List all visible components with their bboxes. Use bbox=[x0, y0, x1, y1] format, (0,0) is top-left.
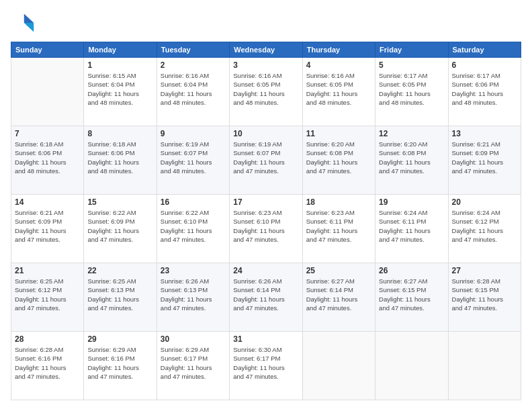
day-info: Sunrise: 6:18 AM Sunset: 6:06 PM Dayligh… bbox=[87, 140, 152, 175]
day-number: 21 bbox=[15, 266, 80, 275]
calendar-day-cell: 29Sunrise: 6:29 AM Sunset: 6:16 PM Dayli… bbox=[84, 332, 157, 400]
day-info: Sunrise: 6:16 AM Sunset: 6:05 PM Dayligh… bbox=[233, 71, 298, 107]
day-info: Sunrise: 6:17 AM Sunset: 6:06 PM Dayligh… bbox=[452, 71, 517, 107]
day-number: 9 bbox=[161, 129, 226, 138]
calendar-day-cell: 26Sunrise: 6:27 AM Sunset: 6:15 PM Dayli… bbox=[375, 263, 448, 332]
calendar-day-cell: 23Sunrise: 6:26 AM Sunset: 6:13 PM Dayli… bbox=[157, 263, 229, 332]
calendar-day-cell: 3Sunrise: 6:16 AM Sunset: 6:05 PM Daylig… bbox=[230, 58, 302, 126]
day-info: Sunrise: 6:28 AM Sunset: 6:16 PM Dayligh… bbox=[15, 345, 80, 381]
calendar-day-cell: 5Sunrise: 6:17 AM Sunset: 6:05 PM Daylig… bbox=[375, 58, 448, 126]
calendar-day-cell: 24Sunrise: 6:26 AM Sunset: 6:14 PM Dayli… bbox=[230, 263, 302, 332]
calendar-day-cell: 4Sunrise: 6:16 AM Sunset: 6:05 PM Daylig… bbox=[302, 58, 375, 126]
day-number: 11 bbox=[306, 129, 371, 138]
calendar-day-cell: 30Sunrise: 6:29 AM Sunset: 6:17 PM Dayli… bbox=[157, 332, 229, 400]
calendar-day-cell: 17Sunrise: 6:23 AM Sunset: 6:10 PM Dayli… bbox=[230, 195, 302, 263]
day-number: 7 bbox=[15, 129, 80, 138]
day-number: 1 bbox=[87, 60, 152, 70]
day-info: Sunrise: 6:22 AM Sunset: 6:10 PM Dayligh… bbox=[161, 208, 226, 244]
day-number: 23 bbox=[161, 266, 226, 275]
day-number: 26 bbox=[379, 266, 444, 275]
calendar-day-cell: 7Sunrise: 6:18 AM Sunset: 6:06 PM Daylig… bbox=[11, 126, 84, 195]
day-info: Sunrise: 6:29 AM Sunset: 6:16 PM Dayligh… bbox=[87, 345, 152, 381]
day-info: Sunrise: 6:28 AM Sunset: 6:15 PM Dayligh… bbox=[452, 277, 517, 312]
day-info: Sunrise: 6:17 AM Sunset: 6:05 PM Dayligh… bbox=[379, 71, 444, 107]
calendar-day-cell bbox=[11, 58, 84, 126]
day-info: Sunrise: 6:26 AM Sunset: 6:14 PM Dayligh… bbox=[233, 277, 298, 312]
calendar-table: SundayMondayTuesdayWednesdayThursdayFrid… bbox=[11, 42, 521, 400]
calendar-day-cell bbox=[375, 332, 448, 400]
day-info: Sunrise: 6:25 AM Sunset: 6:13 PM Dayligh… bbox=[87, 277, 152, 312]
day-info: Sunrise: 6:24 AM Sunset: 6:11 PM Dayligh… bbox=[379, 208, 444, 244]
day-number: 17 bbox=[233, 197, 298, 207]
logo-icon bbox=[11, 11, 35, 35]
calendar-day-cell: 15Sunrise: 6:22 AM Sunset: 6:09 PM Dayli… bbox=[84, 195, 157, 263]
calendar-day-cell: 27Sunrise: 6:28 AM Sunset: 6:15 PM Dayli… bbox=[448, 263, 521, 332]
calendar-day-header: Thursday bbox=[302, 42, 375, 58]
day-number: 18 bbox=[306, 197, 371, 207]
day-number: 14 bbox=[15, 197, 80, 207]
calendar-day-header: Wednesday bbox=[230, 42, 302, 58]
day-info: Sunrise: 6:23 AM Sunset: 6:11 PM Dayligh… bbox=[306, 208, 371, 244]
calendar-day-cell: 12Sunrise: 6:20 AM Sunset: 6:08 PM Dayli… bbox=[375, 126, 448, 195]
day-number: 25 bbox=[306, 266, 371, 275]
day-number: 6 bbox=[452, 60, 517, 70]
calendar-day-cell bbox=[302, 332, 375, 400]
calendar-day-cell: 13Sunrise: 6:21 AM Sunset: 6:09 PM Dayli… bbox=[448, 126, 521, 195]
calendar-day-cell: 19Sunrise: 6:24 AM Sunset: 6:11 PM Dayli… bbox=[375, 195, 448, 263]
day-number: 2 bbox=[161, 60, 226, 70]
logo bbox=[11, 11, 38, 35]
calendar-day-cell: 28Sunrise: 6:28 AM Sunset: 6:16 PM Dayli… bbox=[11, 332, 84, 400]
day-info: Sunrise: 6:26 AM Sunset: 6:13 PM Dayligh… bbox=[161, 277, 226, 312]
svg-marker-0 bbox=[24, 14, 34, 24]
day-info: Sunrise: 6:20 AM Sunset: 6:08 PM Dayligh… bbox=[379, 140, 444, 175]
day-number: 27 bbox=[452, 266, 517, 275]
calendar-day-cell: 20Sunrise: 6:24 AM Sunset: 6:12 PM Dayli… bbox=[448, 195, 521, 263]
day-number: 4 bbox=[306, 60, 371, 70]
day-number: 10 bbox=[233, 129, 298, 138]
day-info: Sunrise: 6:30 AM Sunset: 6:17 PM Dayligh… bbox=[233, 345, 298, 381]
day-info: Sunrise: 6:21 AM Sunset: 6:09 PM Dayligh… bbox=[15, 208, 80, 244]
day-info: Sunrise: 6:15 AM Sunset: 6:04 PM Dayligh… bbox=[87, 71, 152, 107]
calendar-day-cell: 11Sunrise: 6:20 AM Sunset: 6:08 PM Dayli… bbox=[302, 126, 375, 195]
calendar-day-cell: 16Sunrise: 6:22 AM Sunset: 6:10 PM Dayli… bbox=[157, 195, 229, 263]
calendar-week-row: 28Sunrise: 6:28 AM Sunset: 6:16 PM Dayli… bbox=[11, 332, 521, 400]
calendar-day-header: Monday bbox=[84, 42, 157, 58]
day-number: 28 bbox=[15, 334, 80, 344]
day-number: 30 bbox=[161, 334, 226, 344]
day-info: Sunrise: 6:23 AM Sunset: 6:10 PM Dayligh… bbox=[233, 208, 298, 244]
calendar-day-cell: 31Sunrise: 6:30 AM Sunset: 6:17 PM Dayli… bbox=[230, 332, 302, 400]
calendar-day-cell: 2Sunrise: 6:16 AM Sunset: 6:04 PM Daylig… bbox=[157, 58, 229, 126]
calendar-day-cell: 25Sunrise: 6:27 AM Sunset: 6:14 PM Dayli… bbox=[302, 263, 375, 332]
day-number: 19 bbox=[379, 197, 444, 207]
day-number: 22 bbox=[87, 266, 152, 275]
day-info: Sunrise: 6:16 AM Sunset: 6:05 PM Dayligh… bbox=[306, 71, 371, 107]
header bbox=[11, 11, 521, 35]
page: SundayMondayTuesdayWednesdayThursdayFrid… bbox=[0, 0, 532, 411]
calendar-day-cell: 6Sunrise: 6:17 AM Sunset: 6:06 PM Daylig… bbox=[448, 58, 521, 126]
day-number: 16 bbox=[161, 197, 226, 207]
day-number: 24 bbox=[233, 266, 298, 275]
day-info: Sunrise: 6:21 AM Sunset: 6:09 PM Dayligh… bbox=[452, 140, 517, 175]
day-info: Sunrise: 6:27 AM Sunset: 6:15 PM Dayligh… bbox=[379, 277, 444, 312]
day-info: Sunrise: 6:18 AM Sunset: 6:06 PM Dayligh… bbox=[15, 140, 80, 175]
calendar-week-row: 1Sunrise: 6:15 AM Sunset: 6:04 PM Daylig… bbox=[11, 58, 521, 126]
calendar-day-header: Sunday bbox=[11, 42, 84, 58]
calendar-week-row: 14Sunrise: 6:21 AM Sunset: 6:09 PM Dayli… bbox=[11, 195, 521, 263]
day-number: 15 bbox=[87, 197, 152, 207]
calendar-day-header: Friday bbox=[375, 42, 448, 58]
day-number: 3 bbox=[233, 60, 298, 70]
calendar-header-row: SundayMondayTuesdayWednesdayThursdayFrid… bbox=[11, 42, 521, 58]
calendar-day-cell bbox=[448, 332, 521, 400]
calendar-day-cell: 18Sunrise: 6:23 AM Sunset: 6:11 PM Dayli… bbox=[302, 195, 375, 263]
day-number: 20 bbox=[452, 197, 517, 207]
day-info: Sunrise: 6:19 AM Sunset: 6:07 PM Dayligh… bbox=[161, 140, 226, 175]
calendar-day-cell: 10Sunrise: 6:19 AM Sunset: 6:07 PM Dayli… bbox=[230, 126, 302, 195]
svg-marker-1 bbox=[24, 23, 34, 32]
day-info: Sunrise: 6:24 AM Sunset: 6:12 PM Dayligh… bbox=[452, 208, 517, 244]
calendar-day-cell: 22Sunrise: 6:25 AM Sunset: 6:13 PM Dayli… bbox=[84, 263, 157, 332]
day-info: Sunrise: 6:25 AM Sunset: 6:12 PM Dayligh… bbox=[15, 277, 80, 312]
day-info: Sunrise: 6:20 AM Sunset: 6:08 PM Dayligh… bbox=[306, 140, 371, 175]
calendar-week-row: 21Sunrise: 6:25 AM Sunset: 6:12 PM Dayli… bbox=[11, 263, 521, 332]
day-info: Sunrise: 6:22 AM Sunset: 6:09 PM Dayligh… bbox=[87, 208, 152, 244]
day-number: 29 bbox=[87, 334, 152, 344]
